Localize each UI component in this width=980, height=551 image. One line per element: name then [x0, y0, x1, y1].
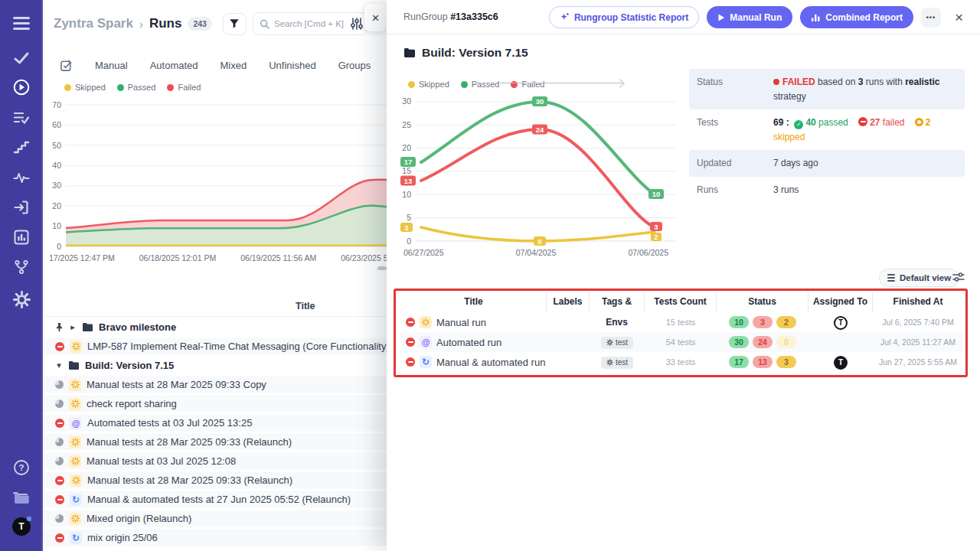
tag-pill[interactable]: test: [601, 357, 633, 369]
panel-close-button[interactable]: ×: [364, 4, 387, 31]
col-title[interactable]: Title: [401, 292, 547, 312]
tab-manual[interactable]: Manual: [95, 60, 128, 71]
help-icon[interactable]: ?: [12, 458, 31, 477]
table-row[interactable]: Manual run 15 tests 10 3 2 T Jul 6, 2025…: [401, 312, 963, 332]
more-actions-button[interactable]: •••: [921, 8, 941, 28]
finished-at: Jun 27, 2025 5:55 AM: [873, 357, 963, 367]
svg-text:17: 17: [404, 158, 413, 166]
table-row[interactable]: ↻ Manual & automated run test 33 tests 1…: [401, 352, 963, 372]
status-failed-icon: [55, 495, 64, 504]
caret-down-icon[interactable]: ▾: [55, 360, 63, 370]
assignee-avatar[interactable]: T: [834, 316, 848, 330]
more-icon: •••: [926, 14, 936, 21]
table-settings-icon[interactable]: [952, 272, 965, 285]
list-check-icon[interactable]: [12, 109, 31, 127]
combined-report-button[interactable]: Combined Report: [800, 6, 913, 28]
tab-mixed[interactable]: Mixed: [220, 60, 247, 71]
gear-icon[interactable]: [12, 290, 31, 308]
steps-icon[interactable]: [12, 139, 31, 157]
play-icon: [717, 14, 725, 21]
breadcrumb-app[interactable]: Zyntra Spark: [54, 16, 133, 31]
runs-play-icon[interactable]: [12, 78, 31, 96]
finished-at: Jul 6, 2025 7:40 PM: [873, 318, 963, 327]
manual-run-button[interactable]: Manual Run: [707, 6, 792, 28]
col-finished-at[interactable]: Finished At: [873, 292, 963, 312]
list-item[interactable]: Manual tests at 03 Jul 2025 12:08: [43, 452, 387, 471]
list-item[interactable]: @ Automated tests at 03 Jul 2025 13:25: [43, 413, 387, 432]
list-view-icon: [887, 274, 895, 281]
run-title: Manual tests at 28 Mar 2025 09:33 (Relau…: [87, 474, 292, 486]
list-item[interactable]: check report sharing: [43, 394, 387, 413]
sidebar: ? T: [0, 0, 43, 551]
list-item[interactable]: Mixed origin (Relaunch): [43, 509, 387, 528]
skipped-pill: 3: [776, 356, 796, 368]
svg-text:25: 25: [402, 120, 411, 129]
col-tests-count[interactable]: Tests Count: [645, 292, 717, 312]
list-item[interactable]: ▸ Bravo milestone: [43, 318, 387, 337]
svg-text:60: 60: [52, 120, 61, 129]
tab-automated[interactable]: Automated: [150, 60, 198, 71]
page-header: Zyntra Spark › Runs 243: [54, 12, 368, 35]
activity-pulse-icon[interactable]: [12, 168, 31, 187]
status-unfinished-icon: [55, 438, 64, 446]
failed-pill: 24: [753, 336, 773, 348]
failed-dot: [511, 81, 518, 88]
svg-text:?: ?: [18, 463, 24, 472]
run-title: Automated run: [436, 337, 501, 348]
svg-text:20: 20: [52, 201, 61, 210]
assignee-avatar[interactable]: T: [834, 356, 848, 370]
col-tags-envs[interactable]: Tags & Envs: [590, 292, 645, 312]
combined-report-label: Combined Report: [825, 12, 903, 23]
manual-run-label: Manual Run: [730, 12, 782, 23]
tab-unfinished[interactable]: Unfinished: [269, 60, 315, 71]
view-settings-icon[interactable]: [350, 17, 364, 34]
detail-status-row: Status FAILED based on 3 runs with reali…: [689, 69, 965, 109]
tab-groups[interactable]: Groups: [338, 60, 371, 71]
list-item[interactable]: Manual tests at 28 Mar 2025 09:33 (Relau…: [43, 471, 387, 490]
list-item[interactable]: Manual tests at 28 Mar 2025 09:33 (Relau…: [43, 432, 387, 452]
col-assigned-to[interactable]: Assigned To: [808, 292, 873, 312]
user-avatar[interactable]: T: [12, 517, 31, 536]
svg-text:13: 13: [404, 177, 413, 185]
bar-chart-icon[interactable]: [12, 228, 31, 246]
group-trend-chart: Skipped Passed Failed 30 25 20 15 10: [394, 73, 678, 269]
list-item[interactable]: ↻ mix origin 25/06: [43, 528, 387, 547]
statistic-report-label: Rungroup Statistic Report: [574, 12, 688, 23]
passed-pill: 10: [729, 316, 749, 328]
status-failed-icon: [406, 318, 415, 327]
svg-text:0: 0: [57, 242, 61, 251]
branch-icon[interactable]: [12, 258, 31, 276]
svg-text:0: 0: [407, 236, 411, 246]
list-item[interactable]: ▾ Build: Version 7.15: [43, 356, 387, 375]
milestone-title: Bravo milestone: [99, 321, 176, 333]
folders-icon[interactable]: [12, 488, 31, 507]
line-chart-legend: Skipped Passed Failed: [408, 80, 544, 89]
check-icon[interactable]: [12, 49, 31, 67]
legend-failed: Failed: [521, 80, 544, 89]
select-runs-icon[interactable]: [60, 59, 73, 72]
filter-button[interactable]: [223, 13, 247, 35]
menu-icon[interactable]: [12, 14, 31, 32]
table-row[interactable]: @ Automated run test 54 tests 30 24 0 Ju…: [401, 332, 963, 352]
updated-label: Updated: [697, 156, 773, 171]
import-icon[interactable]: [12, 198, 31, 217]
col-labels[interactable]: Labels: [547, 292, 590, 312]
run-title: Manual tests at 03 Jul 2025 12:08: [87, 455, 236, 467]
automated-run-icon: @: [420, 336, 432, 348]
list-item[interactable]: Manual tests at 28 Mar 2025 09:33 Copy: [43, 375, 387, 394]
list-item[interactable]: LMP-587 Implement Real-Time Chat Messagi…: [43, 337, 387, 356]
caret-right-icon[interactable]: ▸: [69, 322, 77, 332]
run-tabs: Manual Automated Mixed Unfinished Groups…: [60, 56, 387, 74]
svg-text:20: 20: [402, 143, 411, 152]
list-item[interactable]: ↻ Manual & automated tests at 27 Jun 202…: [43, 490, 387, 509]
tag-pill[interactable]: test: [601, 337, 633, 349]
status-unfinished-icon: [55, 380, 64, 389]
col-status[interactable]: Status: [717, 292, 808, 312]
default-view-button[interactable]: Default view: [879, 269, 959, 287]
drawer-close-button[interactable]: ×: [955, 10, 963, 24]
horizontal-scrollbar[interactable]: [377, 266, 387, 270]
statistic-report-button[interactable]: Rungroup Statistic Report: [549, 6, 699, 28]
search-input[interactable]: [274, 19, 358, 28]
line-chart-x-labels: 06/27/202507/04/202507/06/2025: [403, 248, 668, 257]
detail-tests-row: Tests 69 : ✓40 passed 27 failed 2 skippe…: [689, 109, 965, 150]
